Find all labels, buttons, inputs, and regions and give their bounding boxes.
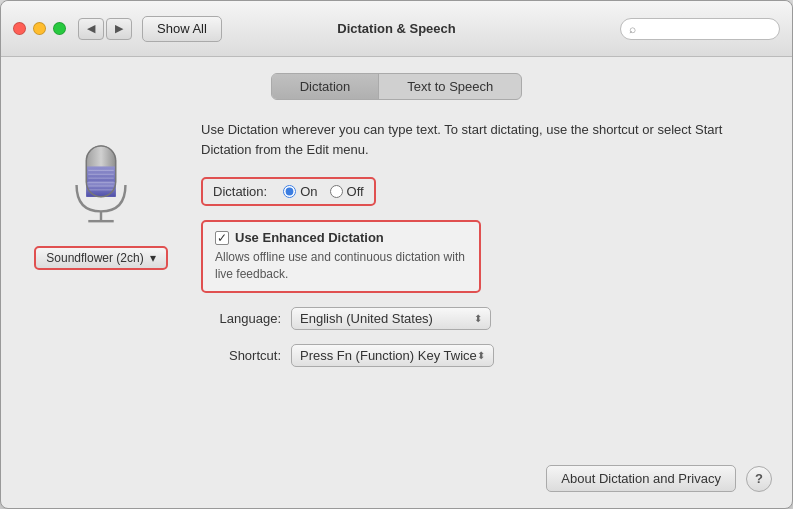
back-icon: ◀: [87, 22, 95, 35]
description-text: Use Dictation wherever you can type text…: [201, 120, 772, 159]
nav-buttons: ◀ ▶: [78, 18, 132, 40]
privacy-button[interactable]: About Dictation and Privacy: [546, 465, 736, 492]
tab-text-to-speech[interactable]: Text to Speech: [379, 74, 521, 99]
language-row: Language: English (United States) ⬍: [201, 307, 772, 330]
dictation-toggle-row: Dictation: On Off: [201, 177, 376, 206]
language-select-arrow-icon: ⬍: [474, 313, 482, 324]
language-value: English (United States): [300, 311, 433, 326]
close-button[interactable]: [13, 22, 26, 35]
back-button[interactable]: ◀: [78, 18, 104, 40]
language-label: Language:: [201, 311, 281, 326]
radio-off-option[interactable]: Off: [330, 184, 364, 199]
shortcut-value: Press Fn (Function) Key Twice: [300, 348, 477, 363]
svg-rect-2: [86, 182, 115, 197]
traffic-lights: [13, 22, 66, 35]
radio-on-label: On: [300, 184, 317, 199]
checkmark-icon: ✓: [217, 231, 227, 245]
search-icon: ⌕: [629, 22, 636, 36]
forward-button[interactable]: ▶: [106, 18, 132, 40]
bottom-area: About Dictation and Privacy ?: [21, 455, 772, 492]
microphone-icon: [61, 140, 141, 230]
radio-on-input[interactable]: [283, 185, 296, 198]
shortcut-select[interactable]: Press Fn (Function) Key Twice ⬍: [291, 344, 494, 367]
source-dropdown[interactable]: Soundflower (2ch) ▾: [34, 246, 167, 270]
enhanced-title: Use Enhanced Dictation: [235, 230, 384, 245]
shortcut-row: Shortcut: Press Fn (Function) Key Twice …: [201, 344, 772, 367]
maximize-button[interactable]: [53, 22, 66, 35]
help-button[interactable]: ?: [746, 466, 772, 492]
language-select[interactable]: English (United States) ⬍: [291, 307, 491, 330]
dictation-label: Dictation:: [213, 184, 267, 199]
forward-icon: ▶: [115, 22, 123, 35]
radio-on-option[interactable]: On: [283, 184, 317, 199]
content-area: Dictation Text to Speech: [1, 57, 792, 508]
dropdown-arrow-icon: ▾: [150, 251, 156, 265]
titlebar: ◀ ▶ Show All Dictation & Speech ⌕: [1, 1, 792, 57]
window: ◀ ▶ Show All Dictation & Speech ⌕ Dictat…: [0, 0, 793, 509]
minimize-button[interactable]: [33, 22, 46, 35]
shortcut-label: Shortcut:: [201, 348, 281, 363]
tab-bar: Dictation Text to Speech: [21, 73, 772, 100]
enhanced-checkbox[interactable]: ✓: [215, 231, 229, 245]
right-panel: Use Dictation wherever you can type text…: [201, 120, 772, 455]
shortcut-select-arrow-icon: ⬍: [477, 350, 485, 361]
tab-dictation[interactable]: Dictation: [272, 74, 380, 99]
radio-group: On Off: [283, 184, 363, 199]
main-area: Soundflower (2ch) ▾ Use Dictation wherev…: [21, 120, 772, 455]
enhanced-title-row: ✓ Use Enhanced Dictation: [215, 230, 467, 245]
enhanced-description: Allows offline use and continuous dictat…: [215, 249, 467, 283]
search-input[interactable]: [640, 22, 771, 36]
window-title: Dictation & Speech: [337, 21, 455, 36]
search-box[interactable]: ⌕: [620, 18, 780, 40]
source-label: Soundflower (2ch): [46, 251, 143, 265]
tab-group: Dictation Text to Speech: [271, 73, 523, 100]
radio-off-input[interactable]: [330, 185, 343, 198]
left-panel: Soundflower (2ch) ▾: [21, 120, 181, 455]
radio-off-label: Off: [347, 184, 364, 199]
show-all-button[interactable]: Show All: [142, 16, 222, 42]
enhanced-dictation-box: ✓ Use Enhanced Dictation Allows offline …: [201, 220, 481, 293]
